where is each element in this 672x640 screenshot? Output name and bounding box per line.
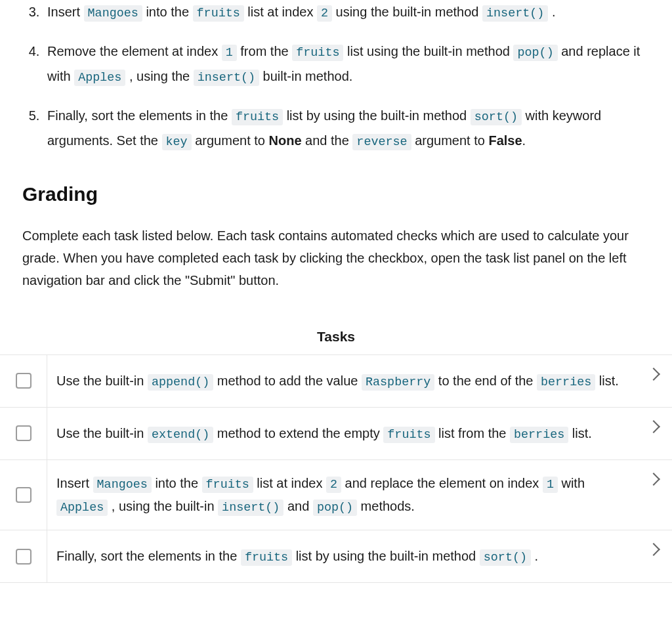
inline-code: fruits xyxy=(193,5,244,22)
task-expand-button[interactable] xyxy=(635,408,672,459)
inline-code: fruits xyxy=(202,477,253,493)
instruction-item: Finally, sort the elements in the fruits… xyxy=(43,104,650,154)
task-checkbox[interactable] xyxy=(16,373,32,389)
task-check-cell xyxy=(0,408,47,459)
task-text: Use the built-in append() method to add … xyxy=(56,370,619,393)
instruction-item: Insert Mangoes into the fruits list at i… xyxy=(43,0,650,25)
task-check-cell xyxy=(0,355,47,407)
grading-description: Complete each task listed below. Each ta… xyxy=(22,224,650,291)
task-expand-button[interactable] xyxy=(635,355,672,407)
inline-code: fruits xyxy=(241,549,292,566)
task-body: Insert Mangoes into the fruits list at i… xyxy=(47,460,635,530)
task-check-cell xyxy=(0,530,47,582)
inline-code: berries xyxy=(510,427,568,443)
instruction-list: Insert Mangoes into the fruits list at i… xyxy=(22,0,650,154)
task-text: Use the built-in extend() method to exte… xyxy=(56,422,592,445)
bold-text: False xyxy=(488,133,522,148)
tasks-list: Use the built-in append() method to add … xyxy=(0,354,672,584)
inline-code: 2 xyxy=(326,477,341,493)
inline-code: Apples xyxy=(56,500,108,516)
inline-code: Apples xyxy=(74,70,125,86)
task-expand-button[interactable] xyxy=(635,460,672,530)
inline-code: reverse xyxy=(352,134,411,150)
inline-code: 1 xyxy=(222,45,237,61)
task-text: Finally, sort the elements in the fruits… xyxy=(56,545,538,568)
inline-code: insert() xyxy=(194,70,259,86)
inline-code: 2 xyxy=(317,5,332,22)
tasks-heading: Tasks xyxy=(0,316,672,354)
inline-code: fruits xyxy=(292,45,343,61)
inline-code: sort() xyxy=(480,549,531,566)
inline-code: extend() xyxy=(148,427,213,443)
task-row: Finally, sort the elements in the fruits… xyxy=(0,530,672,583)
chevron-right-icon xyxy=(647,473,660,486)
chevron-right-icon xyxy=(647,420,660,433)
inline-code: key xyxy=(162,134,192,150)
inline-code: Raspberry xyxy=(362,374,434,391)
inline-code: 1 xyxy=(543,477,558,493)
inline-code: append() xyxy=(148,374,213,391)
task-checkbox[interactable] xyxy=(16,487,32,503)
inline-code: insert() xyxy=(482,5,548,22)
inline-code: Mangoes xyxy=(93,477,152,493)
task-check-cell xyxy=(0,460,47,530)
task-checkbox[interactable] xyxy=(16,425,32,441)
bold-text: None xyxy=(269,133,302,148)
grading-heading: Grading xyxy=(22,179,650,210)
task-text: Insert Mangoes into the fruits list at i… xyxy=(56,472,626,519)
task-row: Insert Mangoes into the fruits list at i… xyxy=(0,460,672,531)
inline-code: fruits xyxy=(383,427,434,443)
inline-code: berries xyxy=(537,374,595,391)
task-row: Use the built-in extend() method to exte… xyxy=(0,408,672,460)
task-row: Use the built-in append() method to add … xyxy=(0,355,672,408)
task-body: Finally, sort the elements in the fruits… xyxy=(47,530,635,582)
task-body: Use the built-in append() method to add … xyxy=(47,355,635,407)
task-checkbox[interactable] xyxy=(16,549,32,565)
chevron-right-icon xyxy=(647,543,660,556)
task-body: Use the built-in extend() method to exte… xyxy=(47,408,635,459)
inline-code: sort() xyxy=(471,109,522,125)
inline-code: pop() xyxy=(313,500,357,516)
inline-code: pop() xyxy=(513,45,557,61)
inline-code: Mangoes xyxy=(84,5,142,22)
inline-code: fruits xyxy=(232,109,283,125)
inline-code: insert() xyxy=(218,500,284,516)
instruction-item: Remove the element at index 1 from the f… xyxy=(43,39,650,89)
chevron-right-icon xyxy=(647,368,660,381)
task-expand-button[interactable] xyxy=(635,530,672,582)
